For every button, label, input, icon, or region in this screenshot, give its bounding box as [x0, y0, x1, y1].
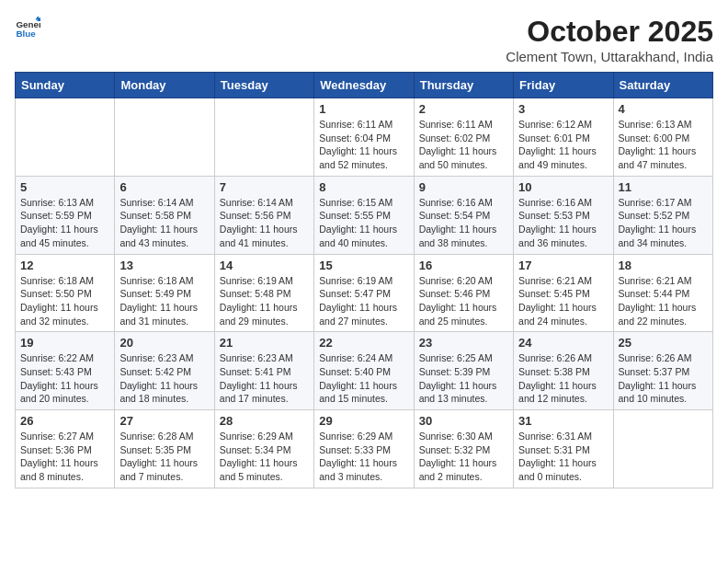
day-info: Sunrise: 6:19 AM Sunset: 5:47 PM Dayligh… [319, 274, 408, 328]
day-number: 20 [119, 336, 209, 350]
calendar-cell: 18Sunrise: 6:21 AM Sunset: 5:44 PM Dayli… [613, 254, 712, 332]
day-info: Sunrise: 6:22 AM Sunset: 5:43 PM Dayligh… [20, 351, 109, 406]
calendar-cell: 30Sunrise: 6:30 AM Sunset: 5:32 PM Dayli… [414, 410, 513, 488]
day-info: Sunrise: 6:11 AM Sunset: 6:02 PM Dayligh… [419, 118, 508, 172]
day-info: Sunrise: 6:29 AM Sunset: 5:33 PM Dayligh… [319, 430, 408, 484]
day-number: 12 [20, 259, 109, 272]
day-info: Sunrise: 6:19 AM Sunset: 5:48 PM Dayligh… [220, 274, 309, 328]
day-number: 3 [518, 102, 608, 116]
day-info: Sunrise: 6:29 AM Sunset: 5:34 PM Dayligh… [220, 430, 309, 484]
day-info: Sunrise: 6:31 AM Sunset: 5:31 PM Dayligh… [518, 430, 608, 484]
calendar-cell: 31Sunrise: 6:31 AM Sunset: 5:31 PM Dayli… [514, 410, 613, 488]
calendar-cell: 21Sunrise: 6:23 AM Sunset: 5:41 PM Dayli… [214, 332, 313, 410]
calendar-cell: 6Sunrise: 6:14 AM Sunset: 5:58 PM Daylig… [115, 176, 214, 254]
calendar-cell [16, 98, 115, 177]
day-number: 18 [619, 259, 708, 272]
weekday-header-thursday: Thursday [414, 73, 513, 98]
day-info: Sunrise: 6:30 AM Sunset: 5:32 PM Dayligh… [419, 430, 508, 484]
day-number: 14 [220, 259, 309, 272]
calendar-cell: 20Sunrise: 6:23 AM Sunset: 5:42 PM Dayli… [115, 332, 214, 410]
day-info: Sunrise: 6:26 AM Sunset: 5:37 PM Dayligh… [619, 351, 708, 406]
logo: General Blue [15, 15, 40, 40]
calendar-cell: 19Sunrise: 6:22 AM Sunset: 5:43 PM Dayli… [16, 332, 115, 410]
calendar-cell: 5Sunrise: 6:13 AM Sunset: 5:59 PM Daylig… [16, 176, 115, 254]
day-number: 30 [419, 414, 508, 428]
day-info: Sunrise: 6:26 AM Sunset: 5:38 PM Dayligh… [518, 351, 608, 406]
calendar-cell: 24Sunrise: 6:26 AM Sunset: 5:38 PM Dayli… [514, 332, 613, 410]
calendar-week-2: 5Sunrise: 6:13 AM Sunset: 5:59 PM Daylig… [16, 176, 713, 254]
day-number: 27 [119, 414, 209, 428]
calendar-table: SundayMondayTuesdayWednesdayThursdayFrid… [15, 72, 713, 488]
calendar-cell: 3Sunrise: 6:12 AM Sunset: 6:01 PM Daylig… [514, 98, 613, 177]
calendar-cell: 29Sunrise: 6:29 AM Sunset: 5:33 PM Dayli… [314, 410, 414, 488]
day-number: 16 [419, 259, 508, 272]
calendar-cell: 25Sunrise: 6:26 AM Sunset: 5:37 PM Dayli… [613, 332, 712, 410]
day-info: Sunrise: 6:17 AM Sunset: 5:52 PM Dayligh… [619, 196, 708, 250]
calendar-cell: 4Sunrise: 6:13 AM Sunset: 6:00 PM Daylig… [613, 98, 712, 177]
day-info: Sunrise: 6:24 AM Sunset: 5:40 PM Dayligh… [319, 351, 408, 406]
calendar-cell: 15Sunrise: 6:19 AM Sunset: 5:47 PM Dayli… [314, 254, 414, 332]
day-info: Sunrise: 6:16 AM Sunset: 5:53 PM Dayligh… [518, 196, 608, 250]
weekday-header-friday: Friday [514, 73, 613, 98]
weekday-header-sunday: Sunday [16, 73, 115, 98]
calendar-cell: 9Sunrise: 6:16 AM Sunset: 5:54 PM Daylig… [414, 176, 513, 254]
weekday-header-monday: Monday [115, 73, 214, 98]
day-info: Sunrise: 6:23 AM Sunset: 5:42 PM Dayligh… [119, 351, 209, 406]
day-number: 11 [619, 180, 708, 194]
day-info: Sunrise: 6:18 AM Sunset: 5:50 PM Dayligh… [20, 274, 109, 328]
day-number: 24 [518, 336, 608, 350]
logo-icon: General Blue [15, 15, 40, 40]
day-number: 9 [419, 180, 508, 194]
calendar-cell: 27Sunrise: 6:28 AM Sunset: 5:35 PM Dayli… [115, 410, 214, 488]
calendar-cell: 8Sunrise: 6:15 AM Sunset: 5:55 PM Daylig… [314, 176, 414, 254]
calendar-cell: 14Sunrise: 6:19 AM Sunset: 5:48 PM Dayli… [214, 254, 313, 332]
day-number: 13 [119, 259, 209, 272]
day-info: Sunrise: 6:13 AM Sunset: 6:00 PM Dayligh… [619, 118, 708, 172]
day-number: 1 [319, 102, 408, 116]
day-info: Sunrise: 6:28 AM Sunset: 5:35 PM Dayligh… [119, 430, 209, 484]
day-info: Sunrise: 6:13 AM Sunset: 5:59 PM Dayligh… [20, 196, 109, 250]
weekday-header-wednesday: Wednesday [314, 73, 414, 98]
calendar-cell: 17Sunrise: 6:21 AM Sunset: 5:45 PM Dayli… [514, 254, 613, 332]
location-title: Clement Town, Uttarakhand, India [506, 49, 713, 64]
day-number: 31 [518, 414, 608, 428]
day-info: Sunrise: 6:25 AM Sunset: 5:39 PM Dayligh… [419, 351, 508, 406]
day-info: Sunrise: 6:21 AM Sunset: 5:44 PM Dayligh… [619, 274, 708, 328]
day-number: 23 [419, 336, 508, 350]
day-number: 17 [518, 259, 608, 272]
day-number: 22 [319, 336, 408, 350]
day-number: 21 [220, 336, 309, 350]
calendar-cell: 22Sunrise: 6:24 AM Sunset: 5:40 PM Dayli… [314, 332, 414, 410]
calendar-cell [115, 98, 214, 177]
calendar-cell: 11Sunrise: 6:17 AM Sunset: 5:52 PM Dayli… [613, 176, 712, 254]
day-number: 28 [220, 414, 309, 428]
weekday-header-tuesday: Tuesday [214, 73, 313, 98]
calendar-week-5: 26Sunrise: 6:27 AM Sunset: 5:36 PM Dayli… [16, 410, 713, 488]
calendar-cell [613, 410, 712, 488]
day-info: Sunrise: 6:18 AM Sunset: 5:49 PM Dayligh… [119, 274, 209, 328]
title-block: October 2025 Clement Town, Uttarakhand, … [506, 15, 713, 64]
calendar-cell: 23Sunrise: 6:25 AM Sunset: 5:39 PM Dayli… [414, 332, 513, 410]
weekday-header-row: SundayMondayTuesdayWednesdayThursdayFrid… [16, 73, 713, 98]
calendar-week-4: 19Sunrise: 6:22 AM Sunset: 5:43 PM Dayli… [16, 332, 713, 410]
day-info: Sunrise: 6:12 AM Sunset: 6:01 PM Dayligh… [518, 118, 608, 172]
day-number: 26 [20, 414, 109, 428]
calendar-cell: 26Sunrise: 6:27 AM Sunset: 5:36 PM Dayli… [16, 410, 115, 488]
day-number: 6 [119, 180, 209, 194]
day-info: Sunrise: 6:14 AM Sunset: 5:58 PM Dayligh… [119, 196, 209, 250]
calendar-cell: 13Sunrise: 6:18 AM Sunset: 5:49 PM Dayli… [115, 254, 214, 332]
day-number: 4 [619, 102, 708, 116]
day-number: 8 [319, 180, 408, 194]
day-number: 25 [619, 336, 708, 350]
day-number: 2 [419, 102, 508, 116]
day-number: 10 [518, 180, 608, 194]
day-info: Sunrise: 6:16 AM Sunset: 5:54 PM Dayligh… [419, 196, 508, 250]
calendar-cell [214, 98, 313, 177]
day-number: 19 [20, 336, 109, 350]
day-number: 7 [220, 180, 309, 194]
day-info: Sunrise: 6:14 AM Sunset: 5:56 PM Dayligh… [220, 196, 309, 250]
day-number: 29 [319, 414, 408, 428]
calendar-cell: 10Sunrise: 6:16 AM Sunset: 5:53 PM Dayli… [514, 176, 613, 254]
calendar-cell: 12Sunrise: 6:18 AM Sunset: 5:50 PM Dayli… [16, 254, 115, 332]
day-info: Sunrise: 6:15 AM Sunset: 5:55 PM Dayligh… [319, 196, 408, 250]
